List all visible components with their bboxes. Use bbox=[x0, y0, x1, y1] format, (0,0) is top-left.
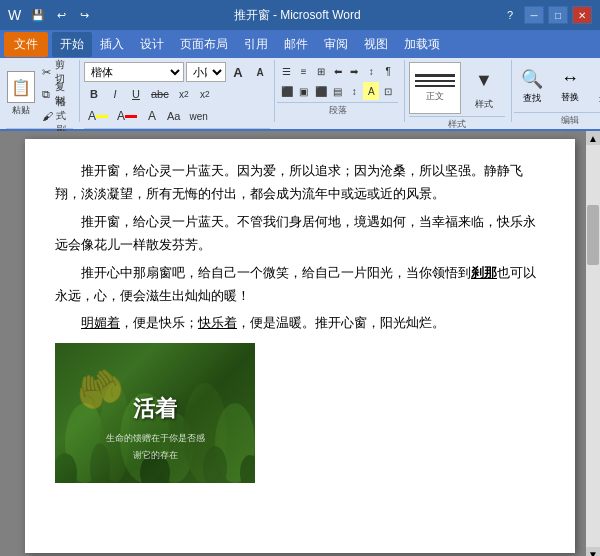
save-quick-btn[interactable]: 💾 bbox=[28, 6, 48, 24]
view-menu[interactable]: 视图 bbox=[356, 32, 396, 57]
scroll-up-btn[interactable]: ▲ bbox=[586, 131, 600, 145]
clear-format-btn[interactable]: A bbox=[142, 106, 162, 126]
editing-group: 🔍 查找 ↔ 替换 ▣ 选择 编辑 bbox=[512, 60, 600, 122]
redo-quick-btn[interactable]: ↪ bbox=[74, 6, 94, 24]
find-icon: 🔍 bbox=[521, 68, 543, 90]
select-btn[interactable]: ▣ 选择 bbox=[590, 62, 600, 110]
phonetic-btn[interactable]: wen bbox=[186, 106, 212, 126]
review-menu[interactable]: 审阅 bbox=[316, 32, 356, 57]
paragraph-2: 推开窗，给心灵一片蓝天。不管我们身居何地，境遇如何，当幸福来临，快乐永远会像花儿… bbox=[55, 210, 545, 257]
line-spacing-btn[interactable]: ↕ bbox=[346, 82, 362, 100]
mailings-menu[interactable]: 邮件 bbox=[276, 32, 316, 57]
strikethrough-button[interactable]: abc bbox=[147, 84, 173, 104]
scroll-bar[interactable]: ▲ ▼ bbox=[586, 131, 600, 556]
paragraph-4: 明媚着，便是快乐；快乐着，便是温暖。推开心窗，阳光灿烂。 bbox=[55, 311, 545, 334]
underlined-text-3: 快乐着 bbox=[198, 315, 237, 330]
font-controls: 楷体 小四 A A B I U abc x2 x2 bbox=[84, 62, 270, 126]
font-size-up-btn[interactable]: A bbox=[228, 62, 248, 82]
font-group: 楷体 小四 A A B I U abc x2 x2 bbox=[80, 60, 275, 122]
sort-btn[interactable]: ↕ bbox=[363, 62, 379, 80]
style-normal-label: 正文 bbox=[426, 90, 444, 103]
paragraph-group: ☰ ≡ ⊞ ⬅ ➡ ↕ ¶ ⬛ ▣ ⬛ ▤ ↕ A ⊡ 段落 bbox=[275, 60, 405, 122]
subscript-button[interactable]: x2 bbox=[174, 84, 194, 104]
cut-button[interactable]: ✂ 剪切 bbox=[38, 62, 73, 82]
font-color-btn[interactable]: A bbox=[113, 106, 141, 126]
para-row1: ☰ ≡ ⊞ ⬅ ➡ ↕ ¶ bbox=[279, 62, 396, 80]
align-center-btn[interactable]: ▣ bbox=[296, 82, 312, 100]
ribbon: 📋 粘贴 ✂ 剪切 ⧉ 复制 🖌 格式刷 bbox=[0, 58, 600, 131]
quick-access-toolbar: W 💾 ↩ ↪ bbox=[8, 6, 94, 24]
paragraph-1: 推开窗，给心灵一片蓝天。因为爱，所以追求；因为沧桑，所以坚强。静静飞翔，淡淡凝望… bbox=[55, 159, 545, 206]
font-size-select[interactable]: 小四 bbox=[186, 62, 226, 82]
word-icon: W bbox=[8, 7, 21, 23]
paste-label: 粘贴 bbox=[12, 104, 30, 117]
format-painter-button[interactable]: 🖌 格式刷 bbox=[38, 106, 73, 126]
underlined-text-2: 明媚着 bbox=[81, 315, 120, 330]
style-normal[interactable]: 正文 bbox=[409, 62, 461, 114]
file-menu[interactable]: 文件 bbox=[4, 32, 48, 57]
italic-button[interactable]: I bbox=[105, 84, 125, 104]
styles-group: 正文 ▼ 样式 样式 bbox=[405, 60, 512, 122]
title-bar-left: W 💾 ↩ ↪ bbox=[8, 6, 94, 24]
close-btn[interactable]: ✕ bbox=[572, 6, 592, 24]
highlight-icon: A bbox=[88, 109, 96, 123]
paragraph-label: 段落 bbox=[277, 102, 398, 117]
image-overlay: 活着 生命的馈赠在于你是否感谢它的存在 bbox=[105, 389, 205, 463]
menu-bar: 文件 开始 插入 设计 页面布局 引用 邮件 审阅 视图 加载项 bbox=[0, 30, 600, 58]
styles-inner: 正文 ▼ 样式 bbox=[409, 62, 505, 114]
copy-icon: ⧉ bbox=[42, 88, 50, 101]
style-line3 bbox=[415, 85, 455, 87]
font-color-icon: A bbox=[117, 109, 125, 123]
find-btn[interactable]: 🔍 查找 bbox=[514, 62, 550, 110]
window-controls: ? ─ □ ✕ bbox=[500, 6, 592, 24]
insert-menu[interactable]: 插入 bbox=[92, 32, 132, 57]
home-menu[interactable]: 开始 bbox=[52, 32, 92, 57]
document-page[interactable]: 推开窗，给心灵一片蓝天。因为爱，所以追求；因为沧桑，所以坚强。静静飞翔，淡淡凝望… bbox=[25, 139, 575, 553]
scroll-down-btn[interactable]: ▼ bbox=[586, 547, 600, 556]
minimize-btn[interactable]: ─ bbox=[524, 6, 544, 24]
window-title: 推开窗 - Microsoft Word bbox=[94, 7, 500, 24]
paste-button[interactable]: 📋 粘贴 bbox=[6, 66, 36, 122]
bullets-btn[interactable]: ☰ bbox=[279, 62, 295, 80]
undo-quick-btn[interactable]: ↩ bbox=[51, 6, 71, 24]
references-menu[interactable]: 引用 bbox=[236, 32, 276, 57]
font-size-down-btn[interactable]: A bbox=[250, 62, 270, 82]
editing-label: 编辑 bbox=[514, 112, 600, 127]
title-bar: W 💾 ↩ ↪ 推开窗 - Microsoft Word ? ─ □ ✕ bbox=[0, 0, 600, 30]
replace-btn[interactable]: ↔ 替换 bbox=[552, 62, 588, 110]
find-label: 查找 bbox=[523, 92, 541, 105]
image-title: 活着 bbox=[105, 389, 205, 429]
underline-button[interactable]: U bbox=[126, 84, 146, 104]
show-formatting-btn[interactable]: ¶ bbox=[380, 62, 396, 80]
increase-indent-btn[interactable]: ➡ bbox=[346, 62, 362, 80]
paragraph-3: 推开心中那扇窗吧，给自己一个微笑，给自己一片阳光，当你领悟到刹那也可以永远，心，… bbox=[55, 261, 545, 308]
font-name-select[interactable]: 楷体 bbox=[84, 62, 184, 82]
text-highlight-btn[interactable]: A bbox=[84, 106, 112, 126]
shading-btn[interactable]: A bbox=[363, 82, 379, 100]
scroll-thumb[interactable] bbox=[587, 205, 599, 265]
align-right-btn[interactable]: ⬛ bbox=[313, 82, 329, 100]
styles-more-btn[interactable]: ▼ 样式 bbox=[463, 62, 505, 114]
paste-icon: 📋 bbox=[7, 71, 35, 103]
change-case-btn[interactable]: Aa bbox=[163, 106, 184, 126]
decrease-indent-btn[interactable]: ⬅ bbox=[330, 62, 346, 80]
addins-menu[interactable]: 加载项 bbox=[396, 32, 448, 57]
design-menu[interactable]: 设计 bbox=[132, 32, 172, 57]
border-btn[interactable]: ⊡ bbox=[380, 82, 396, 100]
multilevel-btn[interactable]: ⊞ bbox=[313, 62, 329, 80]
justify-btn[interactable]: ▤ bbox=[330, 82, 346, 100]
document-image: 🤲 活着 生命的馈赠在于你是否感谢它的存在 bbox=[55, 343, 255, 483]
layout-menu[interactable]: 页面布局 bbox=[172, 32, 236, 57]
replace-label: 替换 bbox=[561, 91, 579, 104]
styles-label: 样式 bbox=[475, 98, 493, 111]
help-btn[interactable]: ? bbox=[500, 6, 520, 24]
styles-group-label: 样式 bbox=[409, 116, 505, 131]
maximize-btn[interactable]: □ bbox=[548, 6, 568, 24]
align-left-btn[interactable]: ⬛ bbox=[279, 82, 295, 100]
editing-inner: 🔍 查找 ↔ 替换 ▣ 选择 bbox=[514, 62, 600, 110]
numbering-btn[interactable]: ≡ bbox=[296, 62, 312, 80]
clipboard-sub-btns: ✂ 剪切 ⧉ 复制 🖌 格式刷 bbox=[38, 62, 73, 126]
bold-button[interactable]: B bbox=[84, 84, 104, 104]
font-color-row: A A A Aa wen bbox=[84, 106, 270, 126]
superscript-button[interactable]: x2 bbox=[195, 84, 215, 104]
